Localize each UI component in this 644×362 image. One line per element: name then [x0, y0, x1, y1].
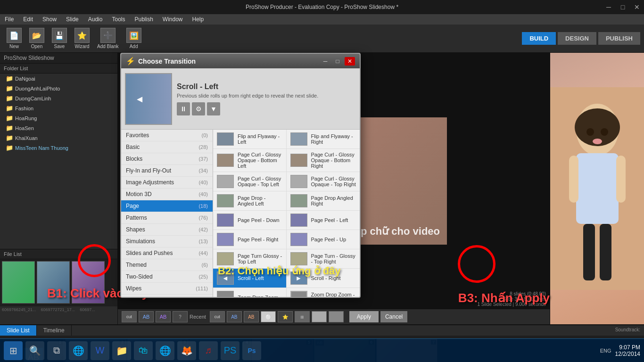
- file-thumb-2[interactable]: [37, 261, 70, 304]
- menu-show[interactable]: Show: [41, 15, 58, 24]
- info-button[interactable]: ▼: [207, 102, 220, 115]
- store-button[interactable]: 🛍: [134, 341, 153, 360]
- trans-zoom-drop[interactable]: Zoom Drop Zoom: [213, 288, 287, 297]
- file-thumb-3[interactable]: [72, 261, 105, 304]
- ps-button[interactable]: PS: [221, 341, 239, 360]
- save-button[interactable]: 💾 Save: [49, 26, 70, 51]
- cat-simulations[interactable]: Simulations(13): [121, 236, 213, 247]
- cat-two-sided[interactable]: Two-Sided(25): [121, 271, 213, 283]
- new-button[interactable]: 📄 New: [4, 26, 25, 51]
- recent-ab1[interactable]: AB: [227, 311, 242, 322]
- trans-drop-angled-right[interactable]: Page Drop Angled Right: [287, 191, 360, 210]
- photoshop-button[interactable]: Ps: [242, 341, 261, 360]
- trans-scroll-right[interactable]: ► Scroll - Right: [287, 269, 360, 288]
- trans-row-1: Flip and Flyaway - Left Flip and Flyaway…: [213, 130, 360, 149]
- recent-pattern[interactable]: ▦: [295, 311, 310, 322]
- pause-button[interactable]: ⏸: [177, 102, 190, 115]
- explorer-button[interactable]: 📁: [112, 341, 131, 360]
- recent-circle[interactable]: ⚪: [261, 311, 276, 322]
- trans-icon-cut[interactable]: cut: [122, 311, 137, 322]
- recent-ab2[interactable]: AB: [244, 311, 259, 322]
- folder-item-duongCamLinh[interactable]: 📁DuongCamLinh: [0, 93, 117, 103]
- chrome-button[interactable]: 🌐: [156, 341, 174, 360]
- cat-shapes[interactable]: Shapes(42): [121, 224, 213, 236]
- trans-peel-right[interactable]: Page Peel - Right: [213, 230, 287, 249]
- trans-curl-bottom-left[interactable]: Page Curl - Glossy Opaque - Bottom Left: [213, 149, 287, 172]
- trans-scroll-left[interactable]: ◄ Scroll - Left: [213, 269, 287, 288]
- trans-curl-top-left[interactable]: Page Curl - Glossy Opaque - Top Left: [213, 172, 287, 191]
- cat-favorites[interactable]: Favorites(0): [121, 130, 213, 141]
- cat-page[interactable]: Page(18): [121, 200, 213, 212]
- close-button[interactable]: ✕: [630, 0, 644, 14]
- maximize-button[interactable]: □: [616, 0, 630, 14]
- cat-patterns[interactable]: Patterns(76): [121, 212, 213, 224]
- cat-themed[interactable]: Themed(6): [121, 259, 213, 271]
- trans-peel-left[interactable]: Page Peel - Left: [287, 211, 360, 230]
- build-button[interactable]: BUILD: [522, 32, 556, 45]
- publish-button[interactable]: PUBLISH: [598, 32, 640, 45]
- folder-item-daNgoai[interactable]: 📁DaNgoai: [0, 74, 117, 83]
- trans-flip-flyaway-left[interactable]: Flip and Flyaway - Left: [213, 130, 287, 148]
- trans-peel-up[interactable]: Page Peel - Up: [287, 230, 360, 249]
- cat-motion3d[interactable]: Motion 3D(40): [121, 189, 213, 200]
- menu-tools[interactable]: Tools: [110, 15, 127, 24]
- add-blank-button[interactable]: ➕ Add Blank: [94, 26, 122, 51]
- trans-zoom-drop-bordered[interactable]: Zoom Drop Zoom - Bordered: [287, 288, 360, 297]
- trans-turn-glossy-top-left[interactable]: Page Turn Glossy - Top Left: [213, 249, 287, 268]
- menu-window[interactable]: Window: [161, 15, 185, 24]
- cat-wipes[interactable]: Wipes(111): [121, 283, 213, 295]
- search-button[interactable]: 🔍: [25, 341, 44, 360]
- settings-button[interactable]: ⚙: [192, 102, 205, 115]
- menu-help[interactable]: Help: [190, 15, 206, 24]
- menu-slide[interactable]: Slide: [64, 15, 81, 24]
- folder-item-hoaRung[interactable]: 📁HoaRung: [0, 113, 117, 123]
- trans-flip-flyaway-right[interactable]: Flip and Flyaway - Right: [287, 130, 360, 148]
- recent-grey1[interactable]: [312, 311, 327, 322]
- tab-timeline[interactable]: Timeline: [37, 325, 72, 336]
- cat-basic[interactable]: Basic(28): [121, 141, 213, 153]
- trans-drop-angled-left[interactable]: Page Drop - Angled Left: [213, 191, 287, 210]
- trans-icon-ab2[interactable]: AB: [156, 311, 171, 322]
- recent-star[interactable]: ⭐: [278, 311, 293, 322]
- start-button[interactable]: ⊞: [4, 341, 23, 360]
- design-button[interactable]: DESIGN: [558, 32, 596, 45]
- add-button[interactable]: 🖼️ Add: [124, 26, 144, 51]
- cat-fly-in[interactable]: Fly-In and Fly-Out(34): [121, 165, 213, 177]
- folder-item-khaiXuan[interactable]: 📁KhaiXuan: [0, 133, 117, 143]
- trans-icon-question[interactable]: ?: [173, 311, 188, 322]
- trans-turn-glossy-top-right[interactable]: Page Turn - Glossy - Top Right: [287, 249, 360, 268]
- tab-slide-list[interactable]: Slide List: [0, 325, 37, 336]
- modal-maximize-button[interactable]: □: [332, 57, 343, 66]
- menu-file[interactable]: File: [3, 15, 16, 24]
- mode-buttons: BUILD DESIGN PUBLISH: [522, 32, 640, 45]
- modal-minimize-button[interactable]: ─: [320, 57, 330, 66]
- folder-item-fashion[interactable]: 📁Fashion: [0, 103, 117, 113]
- wizard-button[interactable]: ⭐ Wizard: [72, 26, 92, 51]
- modal-close-button[interactable]: ✕: [345, 57, 355, 66]
- cat-image-adj[interactable]: Image Adjustments(40): [121, 177, 213, 189]
- trans-curl-bottom-right[interactable]: Page Curl - Glossy Opaque - Bottom Right: [287, 149, 360, 172]
- recent-cut[interactable]: cut: [210, 311, 225, 322]
- folder-item-missTeen[interactable]: 📁MissTeen Nam Thuong: [0, 143, 117, 153]
- word-button[interactable]: W: [91, 341, 109, 360]
- trans-icon-ab1[interactable]: AB: [139, 311, 154, 322]
- cat-slides-pushes[interactable]: Slides and Pushes(44): [121, 247, 213, 259]
- taskview-button[interactable]: ⧉: [47, 341, 66, 360]
- menu-publish[interactable]: Publish: [132, 15, 155, 24]
- folder-item-hoaSen[interactable]: 📁HoaSen: [0, 123, 117, 133]
- menu-edit[interactable]: Edit: [21, 15, 35, 24]
- cancel-button[interactable]: Cancel: [380, 311, 407, 322]
- recent-grey2[interactable]: [329, 311, 344, 322]
- firefox-button[interactable]: 🦊: [177, 341, 196, 360]
- ie-button[interactable]: 🌐: [69, 341, 88, 360]
- folder-item-duongAnhLaiPhoto[interactable]: 📁DuongAnhLaiPhoto: [0, 83, 117, 93]
- menu-audio[interactable]: Audio: [86, 15, 105, 24]
- file-thumb-1[interactable]: [2, 261, 35, 304]
- music-button[interactable]: ♬: [199, 341, 218, 360]
- cat-blocks[interactable]: Blocks(37): [121, 153, 213, 165]
- minimize-button[interactable]: ─: [602, 0, 616, 14]
- open-button[interactable]: 📂 Open: [26, 26, 47, 51]
- trans-curl-top-right[interactable]: Page Curl - Glossy Opaque - Top Right: [287, 172, 360, 191]
- apply-button[interactable]: Apply: [349, 311, 379, 322]
- trans-peel-down[interactable]: Page Peel - Down: [213, 211, 287, 230]
